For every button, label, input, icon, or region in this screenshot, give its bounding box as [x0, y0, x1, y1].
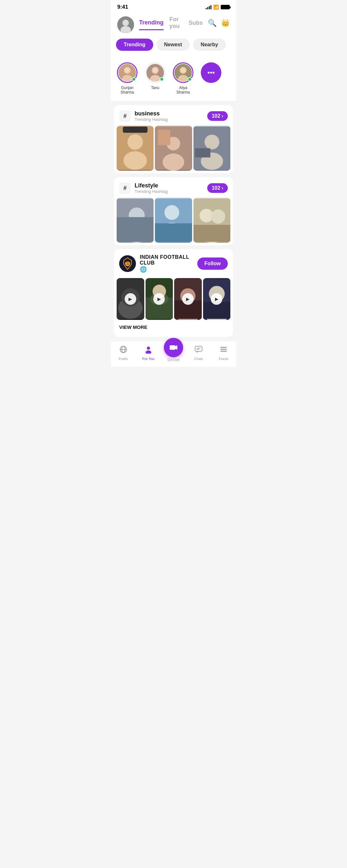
svg-rect-26	[195, 148, 210, 157]
more-stories-dots: •••	[207, 68, 215, 77]
filter-pills: Trending Newest Nearby	[111, 33, 236, 57]
view-more-button[interactable]: VIEW MORE	[114, 320, 233, 334]
story-item[interactable]: Gunjan Sharma	[116, 62, 138, 94]
story-name-2: Tanu	[151, 86, 159, 90]
post-thumbnail[interactable]	[117, 198, 154, 243]
more-stories-button[interactable]: •••	[201, 62, 221, 83]
hashtag-count-badge[interactable]: 102 ›	[207, 183, 228, 193]
nav-go-live[interactable]: Go Live	[164, 344, 183, 362]
svg-rect-67	[195, 346, 202, 351]
nav-for-you-label: For You	[142, 357, 155, 361]
story-avatar-1	[117, 62, 137, 83]
story-item[interactable]: Tanu	[145, 62, 165, 94]
svg-marker-66	[176, 345, 177, 350]
follow-button[interactable]: Follow	[197, 257, 228, 270]
tab-trending[interactable]: Trending	[139, 19, 163, 30]
play-icon[interactable]: ▶	[211, 293, 222, 305]
post-thumbnail[interactable]	[155, 198, 192, 243]
hashtag-images-row	[114, 198, 233, 243]
hashtag-card-lifestyle: # Lifestyle Trending Hashtag 102 ›	[114, 177, 233, 245]
svg-rect-73	[220, 351, 227, 352]
hashtag-icon: #	[119, 110, 131, 122]
post-thumbnail[interactable]	[155, 126, 192, 171]
story-avatar-2	[145, 62, 165, 83]
nav-feeds[interactable]: Feeds	[214, 345, 233, 361]
club-info: INDIAN FOOTBALL CLUB 🌐	[140, 254, 193, 273]
video-grid: ▶ ▶ ▶	[114, 278, 233, 320]
svg-point-17	[123, 151, 147, 170]
more-stories[interactable]: •••	[201, 62, 221, 94]
club-header: WINDY city INDIAN FOOTBALL CLUB 🌐 Follow	[114, 249, 233, 278]
play-icon[interactable]: ▶	[125, 293, 136, 305]
hashtag-header: # business Trending Hashtag 102 ›	[114, 105, 233, 126]
story-item[interactable]: Aliya Sharma	[172, 62, 194, 94]
svg-text:city: city	[126, 263, 129, 265]
main-nav: Trending For you Subs	[139, 16, 203, 33]
filter-nearby[interactable]: Nearby	[193, 38, 226, 51]
online-indicator	[160, 77, 164, 81]
tab-for-you[interactable]: For you	[169, 16, 183, 33]
svg-rect-65	[170, 345, 176, 350]
user-avatar[interactable]	[117, 17, 134, 33]
video-thumb-4[interactable]: ▶	[203, 278, 231, 320]
nav-public[interactable]: Public	[114, 345, 133, 361]
post-thumbnail[interactable]	[193, 198, 230, 243]
hashtag-header: # Lifestyle Trending Hashtag 102 ›	[114, 177, 233, 198]
play-icon[interactable]: ▶	[182, 293, 194, 305]
club-name: INDIAN FOOTBALL CLUB	[140, 254, 193, 266]
status-icons: 📶	[206, 4, 230, 10]
svg-rect-30	[117, 217, 154, 242]
tab-subs[interactable]: Subs	[189, 20, 203, 30]
story-name-1: Gunjan Sharma	[116, 86, 138, 94]
hashtag-name: Lifestyle	[135, 182, 203, 189]
go-live-button[interactable]	[164, 338, 183, 357]
online-indicator	[188, 77, 192, 81]
svg-rect-22	[158, 129, 170, 145]
count-number: 102	[212, 113, 220, 119]
count-number: 102	[212, 185, 220, 191]
hashtag-count-badge[interactable]: 102 ›	[207, 111, 228, 121]
chevron-right-icon: ›	[222, 185, 223, 191]
hashtag-icon: #	[119, 182, 131, 194]
svg-point-1	[122, 20, 129, 26]
crown-icon[interactable]: 👑	[221, 19, 230, 27]
video-thumb-1[interactable]: ▶	[117, 278, 144, 320]
svg-text:WINDY: WINDY	[125, 261, 130, 262]
club-card: WINDY city INDIAN FOOTBALL CLUB 🌐 Follow…	[114, 249, 233, 337]
svg-rect-39	[193, 225, 230, 242]
svg-rect-34	[155, 223, 192, 242]
header: Trending For you Subs 🔍 👑	[111, 13, 236, 33]
chevron-right-icon: ›	[222, 113, 223, 119]
video-thumb-3[interactable]: ▶	[174, 278, 202, 320]
svg-point-21	[163, 153, 184, 171]
play-icon[interactable]: ▶	[153, 293, 165, 305]
story-avatar-3	[173, 62, 193, 83]
post-thumbnail[interactable]	[193, 126, 230, 171]
story-name-3: Aliya Sharma	[172, 86, 194, 94]
hashtag-subtitle: Trending Hashtag	[135, 117, 203, 122]
filter-newest[interactable]: Newest	[156, 38, 190, 51]
hashtag-subtitle: Trending Hashtag	[135, 189, 203, 194]
hashtag-name: business	[135, 110, 203, 117]
svg-point-37	[211, 209, 225, 223]
for-you-icon	[144, 345, 153, 355]
go-live-label: Go Live	[167, 358, 180, 362]
nav-feeds-label: Feeds	[219, 357, 229, 361]
svg-point-14	[181, 68, 185, 73]
svg-rect-71	[220, 347, 227, 348]
video-thumb-2[interactable]: ▶	[146, 278, 173, 320]
hashtag-images-row	[114, 126, 233, 171]
hashtag-card-business: # business Trending Hashtag 102 ›	[114, 105, 233, 173]
svg-point-10	[153, 68, 157, 73]
nav-public-label: Public	[119, 357, 128, 361]
post-thumbnail[interactable]	[117, 126, 154, 171]
svg-point-6	[125, 68, 129, 73]
svg-rect-18	[123, 127, 148, 133]
search-icon[interactable]: 🔍	[208, 19, 217, 27]
nav-for-you[interactable]: For You	[139, 345, 158, 361]
feeds-icon	[219, 345, 228, 355]
hashtag-info: business Trending Hashtag	[135, 110, 203, 122]
svg-point-64	[146, 350, 151, 353]
nav-chats[interactable]: Chats	[189, 345, 208, 361]
filter-trending[interactable]: Trending	[116, 38, 153, 51]
